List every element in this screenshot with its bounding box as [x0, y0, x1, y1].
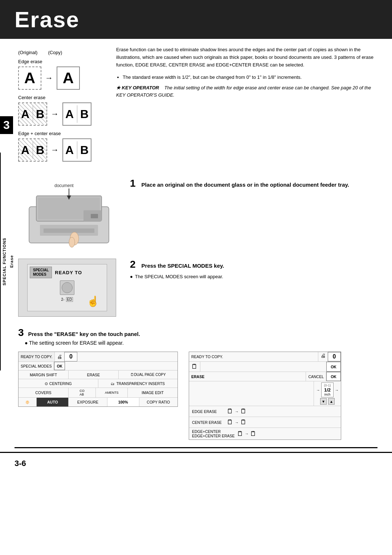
- step-2-bullet: ● The SPECIAL MODES screen will appear.: [130, 274, 377, 279]
- centering-label: CENTERING: [49, 381, 72, 386]
- step-1-header: 1 Place an original on the document glas…: [130, 178, 377, 190]
- erase-doc-icon2: 🗒: [189, 362, 200, 372]
- page-number: 3-6: [15, 459, 26, 468]
- svg-rect-6: [91, 214, 98, 218]
- edge-center-label-line1: EDGE+CENTER: [192, 429, 221, 434]
- panel1-margin-shift[interactable]: MARGIN SHIFT: [19, 370, 69, 379]
- step-1-title: Place an original on the document glass …: [142, 182, 349, 188]
- description-section: Erase function can be used to eliminate …: [109, 39, 392, 174]
- chapter-functions-label: SPECIAL FUNCTIONS: [2, 238, 7, 285]
- key-operator-text: ★ KEY OPERATOR: [116, 85, 163, 90]
- erase-label: ERASE: [189, 372, 306, 381]
- panel1-special-modes-row: SPECIAL MODES OK: [19, 362, 177, 370]
- chapter-sublabel: Erase: [9, 255, 14, 268]
- doc-icon-edge-copy: 🗒: [240, 408, 247, 415]
- step-2-number: 2: [130, 259, 136, 270]
- arrow-edge: →: [235, 409, 239, 414]
- finger-pointer: ☝: [87, 295, 99, 307]
- panel1-doc-icon: 🖨: [55, 352, 64, 361]
- erase-fraction-spacer: [189, 381, 314, 406]
- edge-center-erase-type-row: EDGE+CENTER EDGE+CENTER ERASE 🗒 → 🗒: [189, 428, 341, 439]
- erase-header-row: READY TO COPY. 🖨 0: [189, 352, 341, 362]
- panel1-co-abbr: COAB: [69, 388, 96, 397]
- footer-divider: [15, 447, 377, 448]
- doc-icon-ec-copy: 🗒: [250, 430, 257, 438]
- step-2-bullet-text: The SPECIAL MODES screen will appear.: [135, 274, 223, 279]
- special-modes-key-label: SPECIAL: [33, 268, 49, 272]
- center-erase-type-row: CENTER ERASE 🗒 → 🗒: [189, 417, 341, 428]
- transparency-icon: 🗂: [111, 381, 115, 386]
- center-erase-original-box: A B: [18, 102, 47, 126]
- panel1-covers-label[interactable]: COVERS: [19, 388, 69, 397]
- main-description: Erase function can be used to eliminate …: [116, 46, 377, 69]
- special-modes-ui-panel: READY TO COPY. 🖨 0 SPECIAL MODES OK MARG…: [18, 352, 178, 407]
- special-modes-key-sublabel: MODES: [33, 272, 49, 277]
- down-arrow-btn[interactable]: ▼: [320, 398, 327, 405]
- panel1-header-row: READY TO COPY. 🖨 0: [19, 352, 177, 362]
- up-arrow-btn[interactable]: ▲: [328, 398, 335, 405]
- panel-mockup: SPECIAL MODES READY TO 2-ED ☝: [27, 264, 107, 311]
- erase-ok-btn2[interactable]: OK: [326, 372, 341, 381]
- arrow-right-icon-2: →: [335, 388, 339, 392]
- bullet-1: The standard erase width is 1/2", but ca…: [123, 74, 377, 81]
- transparency-label: TRANSPARENCY INSERTS: [116, 381, 165, 386]
- erase-cancel-btn[interactable]: CANCEL: [306, 372, 326, 381]
- edge-erase-copy-box: A: [57, 66, 80, 90]
- doc-icon-center-copy: 🗒: [240, 418, 247, 426]
- chapter-number: 3: [0, 116, 13, 134]
- modes-button[interactable]: [60, 280, 74, 295]
- panel1-dual-page[interactable]: 🗒 DUAL PAGE COPY: [119, 370, 177, 379]
- panel1-auto-label[interactable]: AUTO: [37, 398, 69, 406]
- special-modes-panel-image: SPECIAL MODES READY TO 2-ED ☝: [18, 259, 116, 317]
- panel1-percent: 100%: [107, 398, 139, 406]
- chapter-label: SPECIAL FUNCTIONS Erase: [0, 153, 15, 370]
- diagram-section: (Original) (Copy) Edge erase A → A Cente…: [0, 39, 109, 174]
- panel1-exposure-label: EXPOSURE: [69, 398, 107, 406]
- panel1-ok-btn[interactable]: OK: [54, 362, 65, 370]
- right-ui-panel: READY TO COPY. 🖨 0 🗒 OK ERASE CANCEL OK: [189, 352, 348, 440]
- edge-center-original-box: A B: [18, 138, 47, 162]
- step-1-image: document: [18, 178, 123, 251]
- bottom-panels: READY TO COPY. 🖨 0 SPECIAL MODES OK MARG…: [0, 348, 392, 443]
- edge-center-label-line2: EDGE+CENTER ERASE: [192, 434, 235, 438]
- panel1-margin-row: MARGIN SHIFT ERASE 🗒 DUAL PAGE COPY: [19, 370, 177, 379]
- fraction-display: (0-1) 1/2 inch: [321, 382, 333, 397]
- erase-ok-btn[interactable]: OK: [326, 362, 341, 372]
- doc-icon-edge-orig: 🗒: [227, 408, 233, 415]
- copier-illustration: document: [18, 178, 120, 250]
- step-3-bullet-row: ● The setting screen for ERASE will appe…: [0, 340, 392, 348]
- bullet-dot: ●: [130, 274, 133, 279]
- panel1-erase-btn[interactable]: ERASE: [69, 370, 119, 379]
- panel1-auto-row: 🔅 AUTO EXPOSURE 100% COPY RATIO: [19, 398, 177, 406]
- panel1-dual-icon: 🗒: [130, 373, 134, 377]
- erase-settings-panel: READY TO COPY. 🖨 0 🗒 OK ERASE CANCEL OK: [189, 352, 341, 440]
- erase-fraction-row: → (0-1) 1/2 inch → ▼ ▲: [189, 381, 341, 406]
- panel1-transparency-cell[interactable]: 🗂 TRANSPARENCY INSERTS: [98, 379, 178, 388]
- step-2-header: 2 Press the SPECIAL MODES key.: [130, 259, 377, 271]
- step-3-title: Press the "ERASE" key on the touch panel…: [28, 331, 140, 337]
- erase-action-row: ERASE CANCEL OK: [189, 372, 341, 381]
- center-erase-type-label: CENTER ERASE: [192, 420, 225, 425]
- arrow-icon-3: →: [51, 145, 59, 155]
- panel1-ready-label: READY TO COPY.: [19, 352, 55, 361]
- panel1-centering-row: ⊙ CENTERING 🗂 TRANSPARENCY INSERTS: [19, 379, 177, 388]
- panel1-image-edit-label[interactable]: IMAGE EDIT: [128, 388, 177, 397]
- panel1-small-icon: 🔅: [19, 398, 37, 406]
- panel1-centering-cell[interactable]: ⊙ CENTERING: [19, 379, 98, 388]
- bullet-dot-3: ●: [25, 340, 29, 346]
- edge-center-erase-diagram: A B → A B: [18, 138, 102, 162]
- step-1-number: 1: [130, 178, 136, 189]
- panel1-covers-row: COVERS COAB AMENTS IMAGE EDIT: [19, 388, 177, 398]
- edge-center-erase-type-label: EDGE+CENTER EDGE+CENTER ERASE: [192, 429, 235, 438]
- step-3-number: 3: [18, 327, 24, 338]
- step-1-text: 1 Place an original on the document glas…: [130, 178, 377, 192]
- panel1-copy-ratio-label: COPY RATIO: [139, 398, 178, 406]
- panel1-counter: 0: [64, 352, 77, 361]
- svg-rect-4: [44, 228, 94, 233]
- step-3-header-row: 3 Press the "ERASE" key on the touch pan…: [0, 324, 392, 340]
- step-1-row: document 1 Place an original on the docu…: [0, 178, 392, 251]
- special-modes-key-btn: SPECIAL MODES: [30, 267, 52, 278]
- arrow-icon-2: →: [51, 109, 59, 119]
- fraction-num: 1/2: [324, 387, 331, 393]
- key-operator-note: ★ KEY OPERATOR The initial setting of th…: [116, 84, 377, 98]
